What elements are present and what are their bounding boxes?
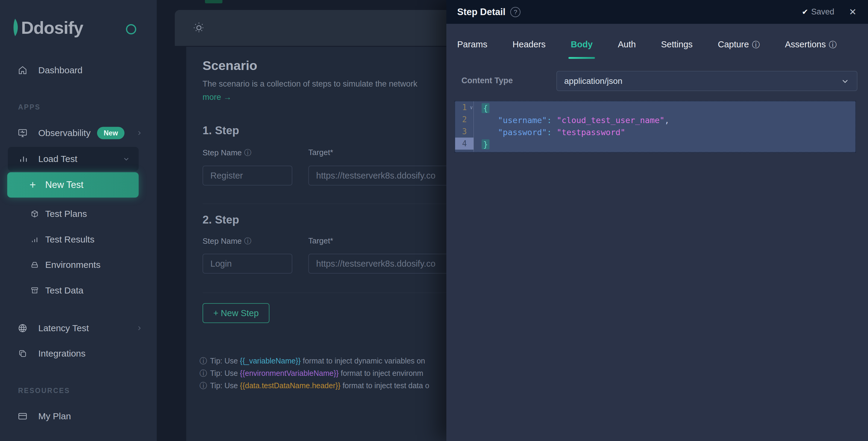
sidebar-item-integrations[interactable]: Integrations [0,341,157,366]
line-number: 4 [462,139,467,148]
plus-icon: + [30,179,36,191]
editor-gutter: 1 ∨ 2 3 4 [455,101,474,152]
selected-line-gutter: 4 [455,138,473,150]
tab-capture[interactable]: Capture ⓘ [718,33,760,61]
brand-logo[interactable]: Ddosify [13,17,145,38]
step-1-name-label: Step Name ⓘ [203,148,251,157]
sidebar-item-test-data[interactable]: Test Data [0,278,157,303]
theme-sun-icon[interactable] [190,19,207,36]
archive-icon [29,286,40,295]
sidebar-item-dashboard[interactable]: Dashboard [0,58,157,83]
drawer-title: Step Detail [457,7,505,18]
results-chart-icon [29,236,40,243]
step-1-name-input[interactable] [203,166,292,185]
observability-monitor-icon [17,128,28,138]
tip-dynamic-variables: ⓘ Tip: Use {{_variableName}} format to i… [199,356,446,366]
line-number: 2 [462,115,467,124]
sidebar-item-test-plans[interactable]: Test Plans [0,201,157,227]
step-2-target-input[interactable] [308,254,446,273]
step-divider [203,293,446,293]
chevron-down-icon [123,156,130,162]
tip-code: {{_variableName}} [240,356,301,365]
chevron-down-icon [841,77,849,85]
step-2-name-input[interactable] [203,254,292,273]
tab-headers[interactable]: Headers [513,33,546,61]
step-2-heading: 2. Step [203,213,239,226]
info-icon: ⓘ [199,381,207,391]
code-line: "username": "cloud_test_user_name", [474,114,855,126]
brand-name: Ddosify [21,18,83,38]
sidebar-item-test-results[interactable]: Test Results [0,227,157,252]
tab-assertions[interactable]: Assertions ⓘ [785,33,837,61]
sidebar-collapse-toggle-icon[interactable] [126,24,136,34]
code-area[interactable]: { "username": "cloud_test_user_name", "p… [474,101,855,152]
scenario-panel: Scenario The scenario is a collection of… [186,47,446,441]
sidebar-item-environments[interactable]: Environments [0,252,157,277]
info-icon: ⓘ [829,39,837,50]
step-1-target-input[interactable] [308,166,446,185]
server-icon [29,261,40,269]
tab-body[interactable]: Body [571,33,593,61]
bar-chart-icon [19,154,28,164]
tip-code: {{environmentVariableName}} [240,369,339,377]
new-feature-badge: New [97,127,124,139]
sidebar-item-new-test[interactable]: + New Test [7,172,138,198]
step-1-target-label: Target* [308,148,333,157]
saved-status: ✔ Saved [802,7,834,17]
tab-params[interactable]: Params [457,33,487,61]
drawer-header: Step Detail ? ✔ Saved ✕ [446,0,868,24]
info-icon: ⓘ [244,236,251,246]
close-icon[interactable]: ✕ [849,7,857,17]
tip-environment-variables: ⓘ Tip: Use {{environmentVariableName}} f… [199,368,446,378]
section-label-apps: APPS [18,103,41,111]
content-topbar [175,10,446,46]
chevron-right-icon [136,130,142,136]
content-type-select[interactable]: application/json [556,71,858,91]
more-link[interactable]: more → [203,93,231,102]
step-2-target-label: Target* [308,236,333,245]
code-line: } [474,138,855,150]
info-icon: ⓘ [199,356,207,366]
sidebar-item-docs[interactable]: Docs [0,437,157,441]
fold-arrow-icon[interactable]: ∨ [470,105,473,110]
saved-label: Saved [811,7,834,17]
ddosify-logo-icon [13,18,21,37]
active-tab-underline [568,57,595,59]
globe-icon [17,323,28,333]
content-type-label: Content Type [461,76,513,85]
tip-test-data: ⓘ Tip: Use {{data.testDataName.header}} … [199,381,446,391]
code-line: { [474,102,855,114]
info-icon: ⓘ [752,39,760,50]
sidebar: Ddosify Dashboard APPS Observability New… [0,0,157,441]
tip-code: {{data.testDataName.header}} [240,381,341,390]
new-step-button[interactable]: + New Step [203,303,270,323]
info-icon: ⓘ [199,368,207,378]
sidebar-item-observability[interactable]: Observability New [0,120,157,146]
line-number: 1 [462,103,467,112]
info-icon: ⓘ [244,148,251,157]
sidebar-item-latency-test[interactable]: Latency Test [0,316,157,341]
body-json-editor[interactable]: 1 ∨ 2 3 4 { "username": "cloud_test_user… [455,101,856,153]
check-icon: ✔ [802,7,808,16]
credit-card-icon [17,411,28,421]
sidebar-item-load-test[interactable]: Load Test [8,147,138,171]
copy-icon [17,349,28,358]
home-icon [17,65,28,76]
step-1-heading: 1. Step [203,124,239,137]
tab-auth[interactable]: Auth [618,33,636,61]
page-title: Scenario [203,58,257,73]
chevron-right-icon [136,325,142,331]
section-label-resources: RESOURCES [18,387,70,395]
scenario-description: The scenario is a collection of steps to… [203,79,446,89]
step-2-name-label: Step Name ⓘ [203,236,251,246]
sidebar-item-my-plan[interactable]: My Plan [0,404,157,429]
drawer-tabs: Params Headers Body Auth Settings Captur… [446,33,868,61]
step-detail-drawer: Step Detail ? ✔ Saved ✕ Params Headers B… [446,0,868,441]
content-type-value: application/json [564,76,622,86]
line-number: 3 [462,127,467,136]
step-divider [203,204,446,204]
tab-settings[interactable]: Settings [661,33,692,61]
code-line: "password": "testpassword" [474,126,855,138]
help-icon[interactable]: ? [510,7,521,17]
package-icon [29,210,40,218]
